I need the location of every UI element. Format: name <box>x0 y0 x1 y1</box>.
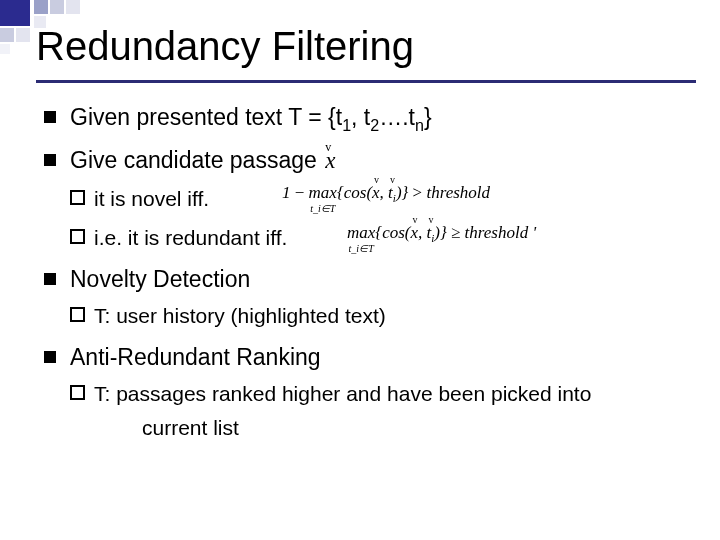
text: Anti-Redundant Ranking <box>70 344 321 370</box>
vector-x-icon: vx <box>323 144 337 179</box>
text: Novelty Detection <box>70 266 250 292</box>
formula-redundant-threshold: max{cos(x, ti)} ≥ threshold ' <box>345 224 538 244</box>
bullet-anti-redundant: Anti-Redundant Ranking T: passages ranke… <box>44 340 696 444</box>
bullet-novelty-detection: Novelty Detection T: user history (highl… <box>44 262 696 332</box>
subscript-1: 1 <box>342 116 351 134</box>
text: Given presented text T = {t <box>70 104 342 130</box>
bullet-given-text: Given presented text T = {t1, t2….tn} <box>44 100 696 137</box>
subscript-2: 2 <box>370 116 379 134</box>
slide-title: Redundancy Filtering <box>36 24 700 69</box>
formula-novel-threshold: 1 − max{cos(x, ti)} > threshold <box>280 184 492 204</box>
text: it is novel iff. <box>94 187 209 210</box>
title-rule <box>36 80 696 83</box>
sub-bullet-passages: T: passages ranked higher and have been … <box>70 378 696 443</box>
text: T: user history (highlighted text) <box>94 304 386 327</box>
text: ….t <box>379 104 415 130</box>
text: Give candidate passage <box>70 147 323 173</box>
slide-body: Given presented text T = {t1, t2….tn} Gi… <box>44 100 696 451</box>
sub-bullet-user-history: T: user history (highlighted text) <box>70 300 696 332</box>
text-continuation: current list <box>94 412 696 444</box>
text: } <box>424 104 432 130</box>
text: T: passages ranked higher and have been … <box>94 382 591 405</box>
text: , t <box>351 104 370 130</box>
text: i.e. it is redundant iff. <box>94 226 287 249</box>
subscript-n: n <box>415 116 424 134</box>
